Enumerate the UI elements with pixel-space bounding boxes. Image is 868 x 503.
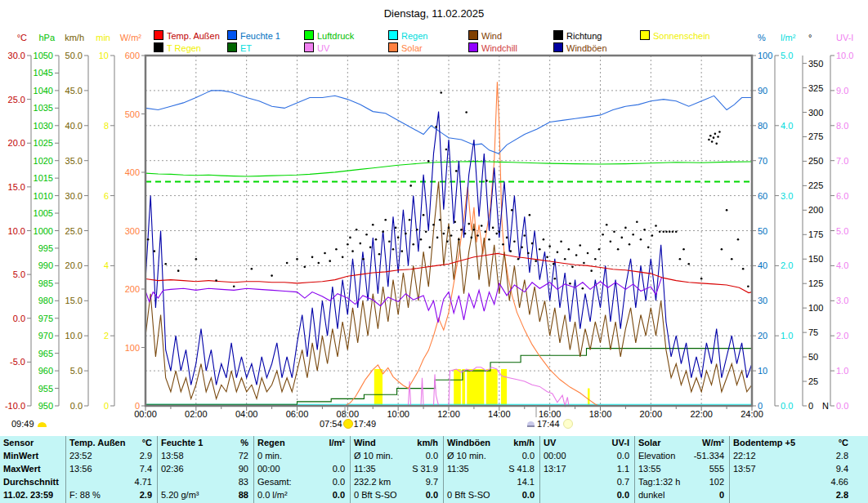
direction-dot <box>271 274 273 277</box>
current-label: 0 Bft S-SO <box>447 488 490 501</box>
sunshine-bar <box>454 369 461 406</box>
direction-dot <box>602 234 604 236</box>
axis-title-min: min <box>96 33 110 42</box>
table-row: 00:000.0 <box>540 449 634 462</box>
current-label: 5.20 g/m³ <box>161 488 199 501</box>
morning-time-marker: 09:49 <box>11 419 47 430</box>
axis-tick-label-pct: 40 <box>758 260 767 270</box>
axis-tick-label-hpa: 955 <box>38 384 53 394</box>
table-row: 11:35S 31.9 <box>351 462 443 475</box>
table-row: 22:122.8 <box>730 449 853 462</box>
axis-tick-label-hpa: 1005 <box>34 208 53 218</box>
direction-dot <box>714 133 717 136</box>
max-time: 00:00 <box>257 462 280 475</box>
x-axis-label: 14:00 <box>488 409 511 419</box>
table-row-label: Sensor <box>0 436 65 449</box>
rising-sun-icon <box>38 422 47 427</box>
direction-dot <box>359 243 361 245</box>
axis-title-pct: % <box>758 33 766 42</box>
direction-dot <box>335 248 338 251</box>
sunshine-bar <box>486 369 498 406</box>
direction-dot <box>311 256 314 259</box>
direction-dot <box>351 250 354 252</box>
table-row: dunkel0 <box>635 488 729 501</box>
direction-dot <box>432 224 435 226</box>
direction-dot <box>195 258 198 260</box>
direction-dot <box>388 240 391 243</box>
x-axis-label: 22:00 <box>690 409 713 419</box>
direction-dot <box>369 247 372 249</box>
direction-dot <box>384 219 387 221</box>
table-row: Ø 10 min.0.0 <box>444 449 539 462</box>
table-row: 0.0 <box>540 488 634 501</box>
max-value: 1.1 <box>617 462 629 475</box>
direction-dot <box>700 278 703 280</box>
x-axis-label: 24:00 <box>740 409 763 419</box>
setting-sun-icon <box>527 421 535 427</box>
axis-tick-label-hpa: 1045 <box>34 68 53 78</box>
table-row: 13:579.4 <box>730 462 853 475</box>
dusk-time-marker: 17:44 <box>527 419 573 430</box>
sensor-unit: °C <box>839 436 848 449</box>
axis-title-uvi: UV-I <box>836 33 853 42</box>
table-row: 13:5872 <box>158 449 253 462</box>
direction-dot <box>446 240 449 243</box>
table-row: 5.20 g/m³88 <box>158 488 253 501</box>
direction-dot <box>643 229 646 231</box>
current-value: 88 <box>239 488 248 501</box>
sunset-time-label: 17:49 <box>354 419 377 429</box>
table-row: 0.7 <box>540 475 634 488</box>
axis-tick-label-temp: 10.0 <box>8 226 25 236</box>
direction-dot <box>617 248 620 251</box>
axis-tick-label-hpa: 1010 <box>34 191 53 201</box>
axis-tick-label-hpa: 965 <box>38 349 53 358</box>
x-axis-label: 04:00 <box>235 409 258 419</box>
direction-dot <box>539 248 541 251</box>
table-row: Tag:1:32 h102 <box>635 475 729 488</box>
direction-dot <box>362 258 365 260</box>
min-time: Ø 10 min. <box>354 449 393 462</box>
table-row-label-column: SensorMinWertMaxWertDurchschnitt11.02. 2… <box>0 436 65 503</box>
direction-dot <box>517 258 520 260</box>
axis-tick-label-pct: 90 <box>758 86 767 96</box>
current-value: 0.0 <box>617 488 629 501</box>
axis-tick-label-wm2: 200 <box>125 284 140 294</box>
axis-tick-label-deg: 350 <box>808 59 823 69</box>
sunshine-bar <box>588 389 589 406</box>
axis-tick-label-min: 10 <box>99 51 109 60</box>
current-value: 2.9 <box>140 488 152 501</box>
direction-dot <box>499 230 501 233</box>
direction-dot <box>465 111 468 114</box>
direction-dot <box>568 248 570 251</box>
direction-dot <box>347 243 349 246</box>
axis-tick-label-wm2: 400 <box>125 167 140 177</box>
axis-tick-label-wm2: 600 <box>125 51 140 60</box>
axis-tick-label-uvi: 0.0 <box>836 401 848 411</box>
axis-tick-label-kmh: 25.0 <box>65 226 83 236</box>
direction-dot <box>365 234 368 236</box>
direction-dot <box>473 229 476 231</box>
weather-chart: °C30.025.020.015.010.05.00.0-5.0-10.0hPa… <box>0 0 868 503</box>
sensor-unit: l/m² <box>329 436 345 449</box>
direction-dot <box>251 268 253 270</box>
direction-dot <box>477 234 479 237</box>
min-value: -51.334 <box>694 449 724 462</box>
x-axis-label: 18:00 <box>589 409 612 419</box>
max-value: 0.0 <box>333 462 345 475</box>
table-row: 0 min. <box>254 449 350 462</box>
sensor-unit: UV-I <box>612 436 629 449</box>
table-row: Temp. Außen°C <box>66 436 157 449</box>
sensor-column-regen: Regenl/m²0 min.00:000.0Gesamt:0.00.0 l/m… <box>253 436 350 503</box>
current-value: 0 <box>719 488 724 501</box>
direction-dot <box>535 260 537 262</box>
axis-tick-label-kmh: 5.0 <box>70 366 83 376</box>
direction-dot <box>709 135 712 137</box>
table-row-label: MinWert <box>0 449 65 462</box>
axis-tick-label-deg: 175 <box>808 229 823 239</box>
axis-tick-label-hpa: 1035 <box>34 103 53 113</box>
direction-dot <box>665 230 668 233</box>
direction-dot <box>531 243 534 245</box>
direction-dot <box>629 243 631 246</box>
direction-dot <box>454 220 456 223</box>
x-axis-label: 12:00 <box>437 409 460 419</box>
